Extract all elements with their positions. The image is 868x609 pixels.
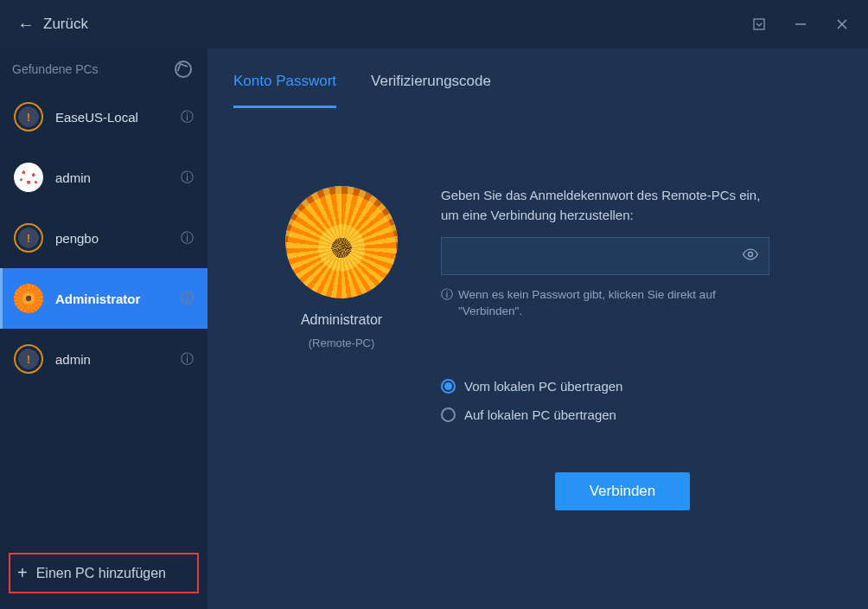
connect-button[interactable]: Verbinden bbox=[555, 472, 691, 510]
sidebar-item-admin[interactable]: admin ⓘ bbox=[0, 147, 207, 208]
sidebar-item-easeus-local[interactable]: EaseUS-Local ⓘ bbox=[0, 87, 207, 147]
password-input[interactable] bbox=[441, 237, 769, 275]
sidebar: Gefundene PCs EaseUS-Local ⓘ admin ⓘ pen… bbox=[0, 48, 207, 609]
sidebar-header: Gefundene PCs bbox=[0, 48, 207, 87]
tab-verification-code[interactable]: Verifizierungscode bbox=[371, 73, 491, 108]
titlebar: ← Zurück bbox=[0, 0, 868, 48]
pc-avatar-icon bbox=[14, 102, 43, 131]
sidebar-item-label: Administrator bbox=[55, 292, 169, 306]
transfer-direction-group: Vom lokalen PC übertragen Auf lokalen PC… bbox=[441, 379, 769, 422]
sidebar-item-label: pengbo bbox=[55, 231, 169, 246]
user-subtitle: (Remote-PC) bbox=[309, 337, 375, 349]
dropdown-icon[interactable] bbox=[750, 16, 768, 33]
sidebar-item-pengbo[interactable]: pengbo ⓘ bbox=[0, 208, 207, 268]
user-profile: Administrator (Remote-PC) bbox=[285, 186, 398, 349]
info-icon[interactable]: ⓘ bbox=[181, 230, 194, 247]
sidebar-item-label: EaseUS-Local bbox=[55, 110, 169, 125]
tab-password[interactable]: Konto Passwort bbox=[233, 73, 336, 108]
info-icon[interactable]: ⓘ bbox=[181, 170, 194, 186]
password-field-wrap bbox=[441, 237, 769, 275]
pc-avatar-icon bbox=[14, 284, 43, 313]
main-panel: Konto Passwort Verifizierungscode Admini… bbox=[207, 48, 868, 609]
refresh-icon[interactable] bbox=[175, 61, 192, 78]
sidebar-item-label: admin bbox=[55, 352, 169, 367]
flower-icon bbox=[285, 186, 398, 298]
user-name: Administrator bbox=[301, 312, 382, 328]
tab-bar: Konto Passwort Verifizierungscode bbox=[233, 73, 842, 108]
info-icon[interactable]: ⓘ bbox=[181, 291, 194, 307]
radio-label: Auf lokalen PC übertragen bbox=[464, 407, 616, 422]
avatar bbox=[285, 186, 398, 298]
info-icon[interactable]: ⓘ bbox=[181, 351, 194, 368]
radio-to-local[interactable]: Auf lokalen PC übertragen bbox=[441, 407, 769, 422]
svg-point-4 bbox=[749, 253, 753, 257]
radio-label: Vom lokalen PC übertragen bbox=[464, 379, 622, 394]
sidebar-item-administrator[interactable]: Administrator ⓘ bbox=[0, 268, 207, 329]
close-button[interactable] bbox=[833, 16, 851, 33]
svg-rect-0 bbox=[754, 19, 764, 29]
hint-text: Wenn es kein Passwort gibt, klicken Sie … bbox=[458, 287, 769, 320]
radio-checked-icon bbox=[441, 379, 456, 394]
info-icon: ⓘ bbox=[441, 287, 453, 320]
sidebar-item-label: admin bbox=[55, 170, 169, 185]
password-prompt: Geben Sie das Anmeldekennwort des Remote… bbox=[441, 186, 769, 225]
back-button[interactable]: ← Zurück bbox=[17, 15, 88, 35]
minimize-button[interactable] bbox=[792, 16, 809, 33]
add-pc-button[interactable]: + Einen PC hinzufügen bbox=[9, 553, 199, 593]
password-hint: ⓘ Wenn es kein Passwort gibt, klicken Si… bbox=[441, 287, 769, 320]
radio-from-local[interactable]: Vom lokalen PC übertragen bbox=[441, 379, 769, 394]
sidebar-title: Gefundene PCs bbox=[12, 62, 99, 76]
pc-avatar-icon bbox=[14, 163, 43, 192]
pc-avatar-icon bbox=[14, 344, 43, 374]
info-icon[interactable]: ⓘ bbox=[181, 109, 194, 125]
pc-avatar-icon bbox=[14, 223, 43, 253]
plus-icon: + bbox=[17, 563, 28, 583]
sidebar-item-admin-2[interactable]: admin ⓘ bbox=[0, 329, 207, 389]
back-label: Zurück bbox=[43, 16, 88, 33]
eye-icon[interactable] bbox=[742, 246, 759, 266]
arrow-left-icon: ← bbox=[17, 15, 35, 35]
add-pc-label: Einen PC hinzufügen bbox=[36, 566, 166, 581]
radio-unchecked-icon bbox=[441, 407, 456, 422]
